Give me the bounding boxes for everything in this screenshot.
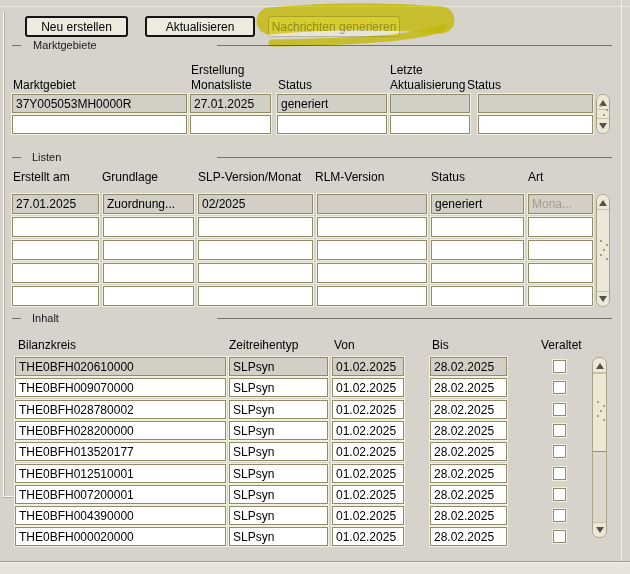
listen-scrollbar[interactable] <box>596 194 610 307</box>
zeitreihentyp-field[interactable]: SLPsyn <box>229 485 328 504</box>
veraltet-checkbox[interactable] <box>553 530 566 543</box>
bilanzkreis-field[interactable]: THE0BFH028780002 <box>15 400 226 419</box>
bis-field[interactable]: 28.02.2025 <box>430 400 507 419</box>
bis-field[interactable]: 28.02.2025 <box>430 464 507 483</box>
bilanzkreis-field[interactable]: THE0BFH004390000 <box>15 506 226 525</box>
listen-status-select[interactable] <box>431 263 524 283</box>
veraltet-checkbox[interactable] <box>553 403 566 416</box>
bilanzkreis-field[interactable]: THE0BFH013520177 <box>15 442 226 461</box>
bilanzkreis-field[interactable]: THE0BFH000020000 <box>15 527 226 546</box>
art-select[interactable] <box>528 263 593 283</box>
marktgebiet-field[interactable] <box>12 115 187 134</box>
listen-status-select[interactable] <box>431 217 524 237</box>
veraltet-checkbox[interactable] <box>553 509 566 522</box>
von-field[interactable]: 01.02.2025 <box>332 464 404 483</box>
letzte-aktualisierung-field[interactable] <box>390 94 470 113</box>
grundlage-select[interactable] <box>103 217 194 237</box>
zeitreihentyp-field[interactable]: SLPsyn <box>229 400 328 419</box>
listen-status-select[interactable] <box>431 286 524 306</box>
rlm-version-field[interactable] <box>317 263 427 283</box>
zeitreihentyp-field[interactable]: SLPsyn <box>229 357 328 376</box>
scroll-down-button[interactable] <box>597 118 609 133</box>
grundlage-select[interactable] <box>103 240 194 260</box>
von-field[interactable]: 01.02.2025 <box>332 400 404 419</box>
erstellt-am-field[interactable] <box>12 217 99 237</box>
frame-title-marktgebiete: Marktgebiete <box>33 39 97 51</box>
neu-erstellen-button[interactable]: Neu erstellen <box>25 16 128 37</box>
aktualisierung-status-select[interactable] <box>478 94 593 113</box>
von-field[interactable]: 01.02.2025 <box>332 485 404 504</box>
bilanzkreis-field[interactable]: THE0BFH020610000 <box>15 357 226 376</box>
zeitreihentyp-field[interactable]: SLPsyn <box>229 506 328 525</box>
veraltet-checkbox[interactable] <box>553 360 566 373</box>
inhalt-scrollbar[interactable] <box>592 357 607 538</box>
veraltet-checkbox[interactable] <box>553 424 566 437</box>
bilanzkreis-field[interactable]: THE0BFH028200000 <box>15 421 226 440</box>
bilanzkreis-field[interactable]: THE0BFH009070000 <box>15 378 226 397</box>
bis-field[interactable]: 28.02.2025 <box>430 442 507 461</box>
listen-status-select[interactable]: generiert <box>431 194 524 214</box>
bilanzkreis-field[interactable]: THE0BFH012510001 <box>15 464 226 483</box>
erstellung-monatsliste-field[interactable]: 27.01.2025 <box>190 94 271 113</box>
grundlage-select[interactable]: Zuordnung... <box>103 194 194 214</box>
aktualisieren-button[interactable]: Aktualisieren <box>145 16 255 37</box>
bis-field[interactable]: 28.02.2025 <box>430 378 507 397</box>
scroll-thumb[interactable] <box>593 373 606 452</box>
von-field[interactable]: 01.02.2025 <box>332 378 404 397</box>
art-select[interactable]: Mona... <box>528 194 593 214</box>
von-field[interactable]: 01.02.2025 <box>332 506 404 525</box>
scroll-up-button[interactable] <box>597 95 609 110</box>
bis-field[interactable]: 28.02.2025 <box>430 506 507 525</box>
veraltet-checkbox[interactable] <box>553 445 566 458</box>
scroll-down-button[interactable] <box>593 522 606 537</box>
slp-version-monat-field[interactable]: 02/2025 <box>198 194 313 214</box>
erstellt-am-field[interactable]: 27.01.2025 <box>12 194 99 214</box>
bis-field[interactable]: 28.02.2025 <box>430 485 507 504</box>
art-select[interactable] <box>528 217 593 237</box>
von-field[interactable]: 01.02.2025 <box>332 527 404 546</box>
grundlage-select[interactable] <box>103 286 194 306</box>
zeitreihentyp-field[interactable]: SLPsyn <box>229 378 328 397</box>
bis-field[interactable]: 28.02.2025 <box>430 421 507 440</box>
erstellt-am-field[interactable] <box>12 240 99 260</box>
slp-version-monat-field[interactable] <box>198 240 313 260</box>
nachrichten-generieren-button[interactable]: Nachrichten generieren <box>268 16 400 37</box>
aktualisierung-status-select[interactable] <box>478 115 593 134</box>
rlm-version-field[interactable] <box>317 217 427 237</box>
bis-field[interactable]: 28.02.2025 <box>430 357 507 376</box>
veraltet-checkbox[interactable] <box>553 488 566 501</box>
marktgebiet-field[interactable]: 37Y005053MH0000R <box>12 94 187 113</box>
slp-version-monat-field[interactable] <box>198 217 313 237</box>
status-select[interactable] <box>277 115 387 134</box>
art-select[interactable] <box>528 286 593 306</box>
von-field[interactable]: 01.02.2025 <box>332 421 404 440</box>
listen-status-select[interactable] <box>431 240 524 260</box>
von-field[interactable]: 01.02.2025 <box>332 357 404 376</box>
marktgebiete-scrollbar[interactable] <box>596 94 610 134</box>
zeitreihentyp-field[interactable]: SLPsyn <box>229 421 328 440</box>
bilanzkreis-field[interactable]: THE0BFH007200001 <box>15 485 226 504</box>
erstellung-monatsliste-field[interactable] <box>190 115 271 134</box>
erstellt-am-field[interactable] <box>12 286 99 306</box>
veraltet-checkbox[interactable] <box>553 381 566 394</box>
von-field[interactable]: 01.02.2025 <box>332 442 404 461</box>
bis-field[interactable]: 28.02.2025 <box>430 527 507 546</box>
slp-version-monat-field[interactable] <box>198 286 313 306</box>
status-select[interactable]: generiert <box>277 94 387 113</box>
scroll-up-button[interactable] <box>597 195 609 210</box>
zeitreihentyp-field[interactable]: SLPsyn <box>229 464 328 483</box>
rlm-version-field[interactable] <box>317 286 427 306</box>
zeitreihentyp-field[interactable]: SLPsyn <box>229 527 328 546</box>
rlm-version-field[interactable] <box>317 194 427 214</box>
zeitreihentyp-field[interactable]: SLPsyn <box>229 442 328 461</box>
slp-version-monat-field[interactable] <box>198 263 313 283</box>
rlm-version-field[interactable] <box>317 240 427 260</box>
erstellt-am-field[interactable] <box>12 263 99 283</box>
letzte-aktualisierung-field[interactable] <box>390 115 470 134</box>
art-select[interactable] <box>528 240 593 260</box>
frame-rule <box>217 157 612 158</box>
veraltet-checkbox[interactable] <box>553 467 566 480</box>
scroll-up-button[interactable] <box>593 358 606 373</box>
grundlage-select[interactable] <box>103 263 194 283</box>
scroll-down-button[interactable] <box>597 291 609 306</box>
